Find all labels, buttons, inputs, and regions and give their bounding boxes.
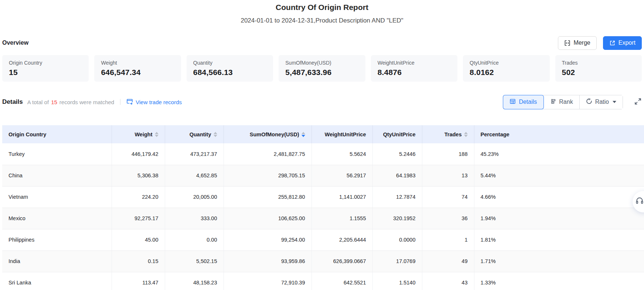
cell-trades: 188 xyxy=(422,143,474,165)
cell-weight: 224.20 xyxy=(112,186,165,208)
view-trade-records-link[interactable]: View trade records xyxy=(126,98,182,106)
cell-qty-unit-price: 17.0769 xyxy=(372,250,422,272)
cell-quantity: 48,158.23 xyxy=(165,272,224,290)
fullscreen-button[interactable] xyxy=(634,98,642,107)
column-label: Origin Country xyxy=(8,132,46,137)
cell-qty-unit-price: 320.1952 xyxy=(372,208,422,229)
stat-card-label: SumOfMoney(USD) xyxy=(285,59,358,66)
stat-card-label: Origin Country xyxy=(9,59,82,66)
details-bar: Details A total of15records were matched… xyxy=(2,95,642,109)
stat-card-trades: Trades 502 xyxy=(555,55,642,82)
tab-ratio-label: Ratio xyxy=(595,99,609,105)
column-label: QtyUnitPrice xyxy=(383,132,416,137)
cell-sum-of-money: 72,910.39 xyxy=(224,272,311,290)
cell-sum-of-money: 255,812.80 xyxy=(224,186,311,208)
cell-percentage: 5.44% xyxy=(474,165,644,186)
export-icon xyxy=(609,40,616,46)
details-heading: Details xyxy=(2,98,23,106)
column-header-qty-unit-price: QtyUnitPrice xyxy=(372,125,422,143)
stat-card-label: QtyUnitPrice xyxy=(470,59,543,66)
cell-trades: 36 xyxy=(422,208,474,229)
ratio-pie-icon xyxy=(586,98,592,106)
overview-cards: Origin Country 15 Weight 646,547.34 Quan… xyxy=(2,55,642,82)
view-trade-records-label: View trade records xyxy=(136,99,182,105)
column-header-quantity[interactable]: Quantity xyxy=(165,125,224,143)
headset-icon xyxy=(635,197,644,207)
merge-button[interactable]: Merge xyxy=(558,36,596,50)
origin-country-table: Origin Country Weight Quantity SumOfMone… xyxy=(2,125,644,290)
cell-origin-country: China xyxy=(2,165,112,186)
sort-icon-active-desc[interactable] xyxy=(301,132,305,137)
stat-card-value: 502 xyxy=(562,68,635,77)
column-label: SumOfMoney(USD) xyxy=(250,132,299,137)
column-header-weight-unit-price: WeightUnitPrice xyxy=(311,125,372,143)
stat-card-value: 8.4876 xyxy=(378,68,451,77)
cell-sum-of-money: 93,959.86 xyxy=(224,250,311,272)
stat-card-value: 15 xyxy=(9,68,82,77)
cell-origin-country: Mexico xyxy=(2,208,112,229)
page-title: Country Of Origin Report xyxy=(0,2,644,13)
stat-card-label: Trades xyxy=(562,59,635,66)
cell-quantity: 473,217.37 xyxy=(165,143,224,165)
details-bar-right: Details Rank xyxy=(503,95,642,109)
tab-rank-label: Rank xyxy=(559,99,573,105)
rank-chart-icon xyxy=(550,98,556,106)
cell-weight: 5,306.38 xyxy=(112,165,165,186)
column-label: Quantity xyxy=(190,132,211,137)
cell-origin-country: Sri Lanka xyxy=(2,272,112,290)
table-row: Turkey 446,179.42 473,217.37 2,481,827.7… xyxy=(2,143,644,165)
cell-trades: 1 xyxy=(422,229,474,250)
sort-icon[interactable] xyxy=(155,132,159,137)
merge-cells-icon xyxy=(564,40,570,46)
cell-weight-unit-price: 1,141.0027 xyxy=(311,186,372,208)
cell-qty-unit-price: 12.7874 xyxy=(372,186,422,208)
records-matched-text: A total of15records were matched xyxy=(27,99,114,105)
cell-origin-country: India xyxy=(2,250,112,272)
cell-percentage: 1.71% xyxy=(474,250,644,272)
sort-icon[interactable] xyxy=(464,132,468,137)
cell-weight-unit-price: 626,399.0667 xyxy=(311,250,372,272)
cell-sum-of-money: 106,625.00 xyxy=(224,208,311,229)
cell-quantity: 20,005.00 xyxy=(165,186,224,208)
stat-card-value: 646,547.34 xyxy=(101,68,174,77)
details-bar-left: Details A total of15records were matched… xyxy=(2,98,182,106)
cell-weight: 92,275.17 xyxy=(112,208,165,229)
cell-quantity: 5,502.15 xyxy=(165,250,224,272)
cell-weight-unit-price: 5.5624 xyxy=(311,143,372,165)
cell-trades: 13 xyxy=(422,165,474,186)
cell-weight: 446,179.42 xyxy=(112,143,165,165)
merge-button-label: Merge xyxy=(573,40,590,46)
country-of-origin-report-page: Country Of Origin Report 2024-01-01 to 2… xyxy=(0,0,644,290)
cell-origin-country: Vietnam xyxy=(2,186,112,208)
table-body: Turkey 446,179.42 473,217.37 2,481,827.7… xyxy=(2,143,644,290)
cell-quantity: 0.00 xyxy=(165,229,224,250)
stat-card-origin-country: Origin Country 15 xyxy=(2,55,89,82)
cell-weight: 0.15 xyxy=(112,250,165,272)
cell-trades: 49 xyxy=(422,250,474,272)
stat-card-sum-of-money: SumOfMoney(USD) 5,487,633.96 xyxy=(279,55,365,82)
export-button[interactable]: Export xyxy=(603,36,642,50)
cell-trades: 43 xyxy=(422,272,474,290)
tab-details-label: Details xyxy=(519,99,537,105)
cell-weight-unit-price: 2,205.6444 xyxy=(311,229,372,250)
column-header-trades[interactable]: Trades xyxy=(422,125,474,143)
overview-bar: Overview Merge xyxy=(2,35,642,50)
cell-sum-of-money: 2,481,827.75 xyxy=(224,143,311,165)
cell-weight-unit-price: 642.5521 xyxy=(311,272,372,290)
tab-rank[interactable]: Rank xyxy=(544,95,579,109)
fullscreen-expand-icon xyxy=(634,98,642,107)
overview-heading: Overview xyxy=(2,40,28,46)
stat-card-weight: Weight 646,547.34 xyxy=(94,55,181,82)
stat-card-value: 684,566.13 xyxy=(193,68,266,77)
sort-icon[interactable] xyxy=(214,132,217,137)
cell-qty-unit-price: 0.0000 xyxy=(372,229,422,250)
stat-card-value: 5,487,633.96 xyxy=(285,68,358,77)
cell-qty-unit-price: 5.2446 xyxy=(372,143,422,165)
column-header-weight[interactable]: Weight xyxy=(112,125,165,143)
column-header-sum-of-money[interactable]: SumOfMoney(USD) xyxy=(224,125,311,143)
tab-ratio[interactable]: Ratio xyxy=(580,95,623,109)
stat-card-label: WeightUnitPrice xyxy=(378,59,451,66)
column-label: WeightUnitPrice xyxy=(325,132,366,137)
tab-details[interactable]: Details xyxy=(503,95,544,109)
export-button-label: Export xyxy=(619,40,636,46)
